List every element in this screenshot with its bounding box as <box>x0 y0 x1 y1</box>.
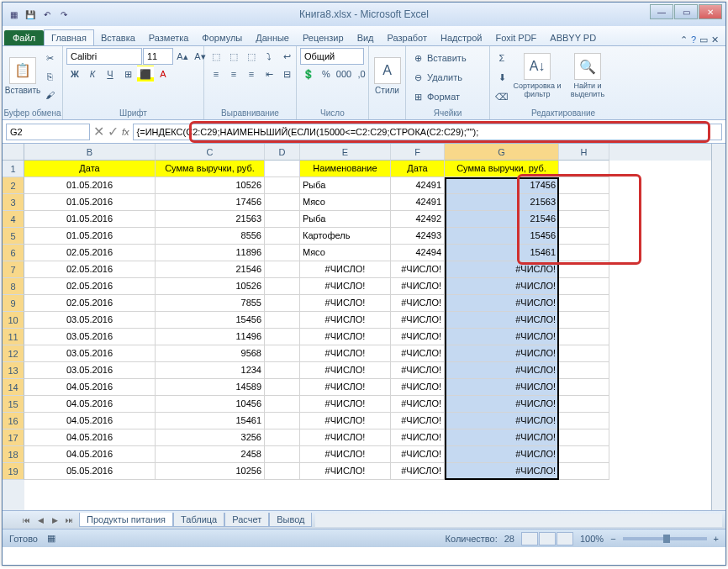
cell-H11[interactable] <box>559 329 609 345</box>
maximize-button[interactable]: ▭ <box>674 4 698 19</box>
currency-icon[interactable]: 💲 <box>300 66 317 82</box>
cell-F10[interactable]: #ЧИСЛО! <box>391 312 445 329</box>
styles-button[interactable]: A Стили <box>372 48 402 103</box>
formula-input[interactable]: {=ИНДЕКС(C2:C29;НАИМЕНЬШИЙ(ЕСЛИ(15000<=C… <box>133 124 722 140</box>
cell-E13[interactable]: #ЧИСЛО! <box>300 362 391 379</box>
cell-F9[interactable]: #ЧИСЛО! <box>391 295 445 312</box>
cell-D11[interactable] <box>265 329 300 345</box>
page-layout-view-button[interactable] <box>539 532 556 545</box>
cell-C2[interactable]: 10526 <box>156 177 265 194</box>
cell-H2[interactable] <box>559 177 609 194</box>
cell-E16[interactable]: #ЧИСЛО! <box>300 413 391 429</box>
cell-E8[interactable]: #ЧИСЛО! <box>300 278 391 295</box>
row-header-7[interactable]: 7 <box>3 261 24 278</box>
cell-C3[interactable]: 17456 <box>156 194 265 211</box>
cell-F11[interactable]: #ЧИСЛО! <box>391 329 445 345</box>
cell-F3[interactable]: 42491 <box>391 194 445 211</box>
cell-H5[interactable] <box>559 228 609 245</box>
cell-B8[interactable]: 02.05.2016 <box>24 278 156 295</box>
col-header-H[interactable]: H <box>559 144 609 161</box>
page-break-view-button[interactable] <box>557 532 573 545</box>
cell-C19[interactable]: 10256 <box>156 463 265 480</box>
row-header-9[interactable]: 9 <box>3 295 24 312</box>
cell-B17[interactable]: 04.05.2016 <box>24 429 156 446</box>
cell-B3[interactable]: 01.05.2016 <box>24 194 156 211</box>
undo-icon[interactable]: ↶ <box>40 7 55 22</box>
col-header-B[interactable]: B <box>24 144 156 161</box>
cell-D18[interactable] <box>265 446 300 463</box>
cell-G18[interactable]: #ЧИСЛО! <box>445 446 559 463</box>
cell-C15[interactable]: 10456 <box>156 396 265 413</box>
cell-B4[interactable]: 01.05.2016 <box>24 211 156 228</box>
autosum-icon[interactable]: Σ <box>493 50 510 66</box>
sheet-tab-2[interactable]: Расчет <box>224 513 269 527</box>
row-header-10[interactable]: 10 <box>3 312 24 329</box>
align-middle-icon[interactable]: ⬚ <box>225 48 242 65</box>
zoom-in-button[interactable]: + <box>714 534 719 544</box>
format-painter-icon[interactable]: 🖌 <box>41 87 58 103</box>
cell-F16[interactable]: #ЧИСЛО! <box>391 413 445 429</box>
indent-dec-icon[interactable]: ⇤ <box>261 66 277 82</box>
cut-icon[interactable]: ✂ <box>41 50 58 66</box>
cell-G1[interactable]: Сумма выручки, руб. <box>445 161 559 177</box>
cell-F7[interactable]: #ЧИСЛО! <box>391 261 445 278</box>
row-header-3[interactable]: 3 <box>3 194 24 211</box>
cell-C13[interactable]: 1234 <box>156 362 265 379</box>
cell-C5[interactable]: 8556 <box>156 228 265 245</box>
cell-G17[interactable]: #ЧИСЛО! <box>445 429 559 446</box>
inc-decimal-icon[interactable]: ,0 <box>353 66 370 82</box>
cell-H3[interactable] <box>559 194 609 211</box>
cell-D13[interactable] <box>265 362 300 379</box>
cell-B18[interactable]: 04.05.2016 <box>24 446 156 463</box>
help-icon[interactable]: ? <box>691 34 696 45</box>
cell-C1[interactable]: Сумма выручки, руб. <box>156 161 265 177</box>
cell-B9[interactable]: 02.05.2016 <box>24 295 156 312</box>
cell-F13[interactable]: #ЧИСЛО! <box>391 362 445 379</box>
redo-icon[interactable]: ↷ <box>56 7 71 22</box>
ribbon-tab-0[interactable]: Главная <box>44 29 94 45</box>
bold-button[interactable]: Ж <box>66 66 83 82</box>
cell-G2[interactable]: 17456 <box>445 177 559 194</box>
cell-E4[interactable]: Рыба <box>300 211 391 228</box>
cell-F17[interactable]: #ЧИСЛО! <box>391 429 445 446</box>
cell-B6[interactable]: 02.05.2016 <box>24 245 156 261</box>
delete-cells-icon[interactable]: ⊖ <box>409 69 426 86</box>
cell-F6[interactable]: 42494 <box>391 245 445 261</box>
border-button[interactable]: ⊞ <box>119 66 136 82</box>
cell-G7[interactable]: #ЧИСЛО! <box>445 261 559 278</box>
cell-E11[interactable]: #ЧИСЛО! <box>300 329 391 345</box>
font-name-combo[interactable]: Calibri <box>66 48 142 65</box>
cell-F1[interactable]: Дата <box>391 161 445 177</box>
cell-B11[interactable]: 03.05.2016 <box>24 329 156 345</box>
row-header-18[interactable]: 18 <box>3 446 24 463</box>
insert-cells-icon[interactable]: ⊕ <box>409 50 426 66</box>
minimize-ribbon-icon[interactable]: ⌃ <box>680 34 688 45</box>
number-format-combo[interactable]: Общий <box>300 48 364 65</box>
cell-B14[interactable]: 04.05.2016 <box>24 379 156 396</box>
sheet-tab-1[interactable]: Таблица <box>173 513 224 527</box>
cell-D17[interactable] <box>265 429 300 446</box>
row-header-19[interactable]: 19 <box>3 463 24 480</box>
align-bottom-icon[interactable]: ⬚ <box>243 48 260 65</box>
row-header-5[interactable]: 5 <box>3 228 24 245</box>
name-box[interactable]: G2 <box>6 124 90 140</box>
ribbon-tab-8[interactable]: Надстрой <box>434 30 488 45</box>
cancel-formula-icon[interactable]: ✕ <box>93 124 104 140</box>
cell-C14[interactable]: 14589 <box>156 379 265 396</box>
cell-E12[interactable]: #ЧИСЛО! <box>300 345 391 362</box>
cell-F14[interactable]: #ЧИСЛО! <box>391 379 445 396</box>
cell-F2[interactable]: 42491 <box>391 177 445 194</box>
spreadsheet-grid[interactable]: 12345678910111213141516171819 BCDEFGH Да… <box>3 144 725 510</box>
cell-C9[interactable]: 7855 <box>156 295 265 312</box>
row-header-1[interactable]: 1 <box>3 161 24 177</box>
col-header-G[interactable]: G <box>445 144 559 161</box>
cell-D5[interactable] <box>265 228 300 245</box>
ribbon-tab-3[interactable]: Формулы <box>195 30 249 45</box>
cell-C10[interactable]: 15456 <box>156 312 265 329</box>
paste-button[interactable]: 📋 Вставить <box>6 48 40 103</box>
cell-G5[interactable]: 15456 <box>445 228 559 245</box>
sheet-nav-last-icon[interactable]: ⏭ <box>62 514 76 527</box>
cell-E2[interactable]: Рыба <box>300 177 391 194</box>
row-header-4[interactable]: 4 <box>3 211 24 228</box>
cell-H7[interactable] <box>559 261 609 278</box>
